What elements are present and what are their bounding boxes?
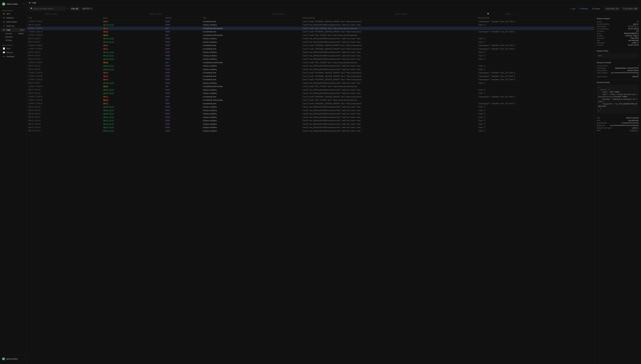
table-row[interactable]: FEB 07 13:03:17 200 | VALID POST /v1/key… <box>27 116 594 119</box>
table-row[interactable]: FEB 07 13:03:32 200 | VALID POST /v1/key… <box>27 54 594 58</box>
table-row[interactable]: FEB 07 13:03:15 200 | VALID POST /v1/key… <box>27 122 594 126</box>
meta-path-row: Request Path /v1/ratelimits.listOverride… <box>597 122 639 124</box>
user-menu[interactable]: JU James Unkey ⇅ <box>0 1 27 8</box>
cell-request: {"key":""} <box>477 81 594 85</box>
cell-path: /v1/keys.verifyKey <box>201 116 301 119</box>
cell-path: /v1/ratelimits.limit <box>201 74 301 78</box>
cell-request: {"namespace":"","identifier":"user_123",… <box>477 95 594 98</box>
sidebar-item-logs[interactable]: ≡ Logs Beta <box>1 28 26 32</box>
table-row[interactable]: ⚠FEB 07 13:03:23 500 POST /v1/ratelimits… <box>27 102 594 106</box>
cell-status: 200 | VALID <box>102 122 164 126</box>
focus-filters-button[interactable]: Focus filters ⌘E <box>622 7 639 10</box>
table-row[interactable]: ⚠FEB 07 13:03:36 500 POST /v1/ratelimits… <box>27 47 594 51</box>
search-box[interactable]: 🔍 Search and filter with AI... <box>29 7 66 10</box>
table-row[interactable]: FEB 07 13:03:37 200 | VALID POST /v1/key… <box>27 40 594 44</box>
cell-method: POST <box>164 37 201 40</box>
logs-table-container[interactable]: Time Status Method Path Response Body Re… <box>27 16 594 364</box>
time-label-1: FEB 07, 12:43PM <box>45 13 57 15</box>
cell-path: /v1/ratelimits.limit <box>201 30 301 34</box>
table-row[interactable]: FEB 07 13:03:13 200 | VALID POST /v1/key… <box>27 129 594 133</box>
sidebar-item-feedback[interactable]: ✦ Feedback <box>1 54 26 58</box>
cell-path: /v1/keys.verifyKey <box>201 129 301 133</box>
cell-method: POST <box>164 23 201 27</box>
clear-count-badge: 30 <box>616 8 619 10</box>
table-row[interactable]: FEB 07 13:03:31 200 | VALID POST /v1/key… <box>27 57 594 61</box>
sidebar-sub-settings[interactable]: Settings <box>1 38 26 42</box>
table-row[interactable]: ⚠FEB 07 13:03:31 404 GET /v1/ratelimits.… <box>27 61 594 64</box>
status-dot <box>104 106 105 108</box>
display-button[interactable]: ⊟ Display <box>591 7 601 10</box>
time-short: 30m <box>86 8 90 10</box>
cell-request: {"key":""} <box>477 68 594 71</box>
table-row[interactable]: ⚠FEB 07 13:03:39 500 POST /v1/ratelimits… <box>27 30 594 34</box>
table-row[interactable]: FEB 07 13:03:37 200 | VALID POST /v1/key… <box>27 37 594 40</box>
table-row[interactable]: ⚠FEB 07 13:03:25 500 POST /v1/ratelimits… <box>27 95 594 98</box>
sidebar-sub-identities[interactable]: Identities <box>1 35 26 38</box>
cell-method: POST <box>164 44 201 47</box>
table-row[interactable]: ⚠FEB 07 13:03:29 500 POST /v1/ratelimits… <box>27 74 594 78</box>
clear-filters-button[interactable]: Clear filters 30 <box>604 7 620 10</box>
table-row[interactable]: FEB 07 13:03:30 200 | VALID POST /v1/key… <box>27 68 594 71</box>
table-row[interactable]: FEB 07 13:03:32 200 | VALID POST /v1/key… <box>27 50 594 54</box>
table-row[interactable]: FEB 07 13:03:40 200 | VALID POST /v1/key… <box>27 23 594 27</box>
refresh-icon[interactable]: ⟳ <box>67 8 68 10</box>
table-row[interactable]: FEB 07 13:03:14 200 | VALID POST /v1/key… <box>27 126 594 129</box>
bottom-avatar: jp <box>2 357 5 360</box>
table-row[interactable]: FEB 07 13:03:31 200 | VALID POST /v1/key… <box>27 64 594 68</box>
filter-button[interactable]: Filter 1 <box>70 7 80 10</box>
cell-time: ⚠FEB 07 13:03:24 <box>27 98 102 102</box>
cell-path: /v1/keys.verifyKey <box>201 54 301 58</box>
time-label-2: FEB 07, 12:45PM <box>150 13 161 15</box>
table-row[interactable]: FEB 07 13:03:20 200 | VALID POST /v1/key… <box>27 109 594 112</box>
sidebar-item-authorization[interactable]: ◎ Authorization <box>1 20 26 24</box>
cell-request: {"key":""} <box>477 92 594 95</box>
cell-response: {"keyId":"key_fhRGwiz5tCH0RkmeweoksUvVhG… <box>301 23 477 27</box>
meta-request-id-label: Request ID <box>597 124 605 126</box>
table-row[interactable]: ⚠FEB 07 13:03:38 404 GET /v1/ratelimits.… <box>27 34 594 37</box>
cell-path: /v1/keys.verifyKey <box>201 105 301 109</box>
table-row[interactable]: ⚠FEB 07 13:03:40 404 GET /v1/ratelimits.… <box>27 27 594 30</box>
table-row[interactable]: FEB 07 13:03:21 200 | VALID POST /v1/key… <box>27 105 594 109</box>
meta-host-value: api.unkey.dev <box>628 120 639 122</box>
cell-method: POST <box>164 126 201 129</box>
sidebar-item-docs[interactable]: 📄 Docs <box>1 46 26 50</box>
table-row[interactable]: ⚠FEB 07 13:03:24 404 GET /v1/ratelimits.… <box>27 98 594 102</box>
cf-connecting-value: 62.197.145.53 <box>628 28 639 30</box>
table-row[interactable]: FEB 07 13:03:19 200 | VALID POST /v1/key… <box>27 112 594 116</box>
cell-path: /v1/ratelimits.limit <box>201 78 301 81</box>
cell-path: /v1/ratelimits.limit <box>201 71 301 74</box>
sidebar-item-audit-log[interactable]: ≡ Audit Log <box>1 24 26 28</box>
logs-icon: ≡ <box>3 29 5 31</box>
cell-request: {"key":""} <box>477 40 594 44</box>
table-row[interactable]: ⚠FEB 07 13:03:27 404 GET /v1/ratelimits.… <box>27 85 594 88</box>
sidebar-item-apis[interactable]: ⊞ APIs <box>1 12 26 16</box>
cell-time: ⚠FEB 07 13:03:27 <box>27 85 102 88</box>
feedback-label: Feedback <box>6 56 14 58</box>
content-type-value: application/json; charset=UTF-8 <box>615 67 639 69</box>
status-dot <box>104 114 105 114</box>
cell-time: ⚠FEB 07 13:03:36 <box>27 47 102 51</box>
time-label-3: FEB 07, 12:51PM <box>272 13 284 15</box>
cell-request: {"namespace":"","identifier":"user_123",… <box>477 102 594 106</box>
bottom-user[interactable]: jp james-perkins › <box>0 356 27 361</box>
table-row[interactable]: ⚠FEB 07 13:03:36 500 POST /v1/ratelimits… <box>27 44 594 47</box>
error-icon: ⚠ <box>28 20 30 22</box>
table-row[interactable]: ⚠FEB 07 13:03:29 500 POST /v1/ratelimits… <box>27 71 594 74</box>
table-row[interactable]: FEB 07 13:03:27 200 | VALID POST /v1/key… <box>27 81 594 85</box>
cell-response: {"error":{"code":"NOT_FOUND","docs":"htt… <box>301 34 477 37</box>
table-row[interactable]: ⚠FEB 07 13:03:28 500 POST /v1/ratelimits… <box>27 78 594 81</box>
time-range-selector[interactable]: Last 30m ✕ <box>81 7 93 10</box>
table-row[interactable]: FEB 07 13:03:25 200 | VALID POST /v1/key… <box>27 92 594 95</box>
cell-response: {"keyId":"key_fhRGwiz5tCH0RkmeweoksUvVhG… <box>301 64 477 68</box>
refresh-button[interactable]: ⟳ Refresh <box>578 7 589 10</box>
sidebar-item-ratelimit[interactable]: ⟲ Ratelimit <box>1 16 26 20</box>
table-row[interactable]: FEB 07 13:03:16 200 | VALID POST /v1/key… <box>27 119 594 122</box>
sidebar-item-label: APIs <box>6 13 10 15</box>
close-time-icon[interactable]: ✕ <box>91 8 92 10</box>
live-button[interactable]: ● Live <box>569 7 577 10</box>
display-label: Display <box>594 8 600 10</box>
table-row[interactable]: ⚠FEB 07 13:03:41 500 POST /v1/ratelimits… <box>27 20 594 23</box>
table-row[interactable]: FEB 07 13:03:26 200 | VALID POST /v1/key… <box>27 88 594 92</box>
sidebar-item-discord[interactable]: 💬 Discord <box>1 50 26 54</box>
sidebar-sub-success[interactable]: Success Internal <box>1 32 26 35</box>
